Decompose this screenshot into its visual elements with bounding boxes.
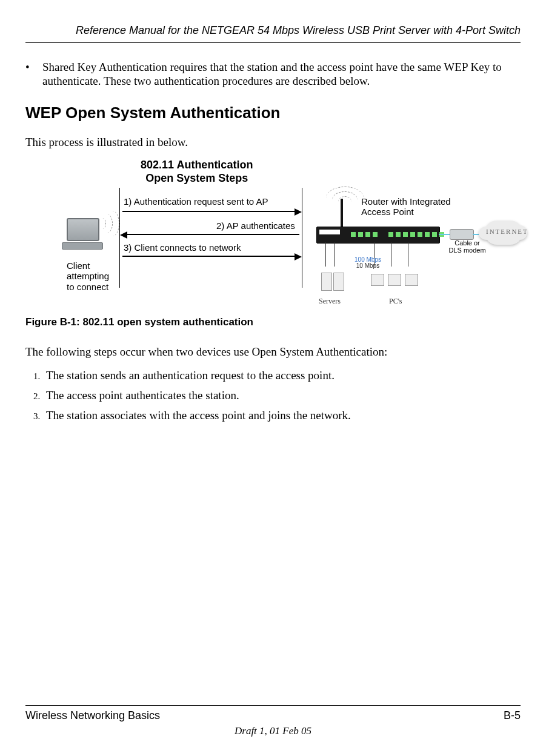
figure-title-line1: 802.11 Authentication	[141, 159, 253, 171]
router-label-l1: Router with Integrated	[361, 196, 451, 207]
ap-waves-icon	[322, 184, 367, 205]
figure-arrow-1	[122, 211, 298, 212]
pcs-caption: PC's	[389, 297, 402, 306]
intro-paragraph: This process is illustrated in below.	[25, 135, 521, 149]
figure-caption: Figure B-1: 802.11 open system authentic…	[25, 316, 521, 329]
pc-icon	[371, 274, 384, 286]
figure-divider-right	[302, 188, 302, 288]
internet-label: INTERNET	[486, 228, 528, 236]
pc-icon	[388, 274, 401, 286]
router-label: Router with Integrated Access Point	[361, 196, 451, 217]
step-item-3: The station associates with the access p…	[42, 408, 521, 422]
step-item-2: The access point authenticates the stati…	[42, 388, 521, 402]
steps-list: The station sends an authentication requ…	[25, 368, 521, 423]
client-label-l3: to connect	[67, 282, 108, 292]
footer-left: Wireless Networking Basics	[25, 709, 160, 723]
server-icon	[333, 273, 344, 291]
bullet-marker: •	[25, 60, 42, 88]
router-diagram: Router with Integrated Access Point Cabl…	[310, 181, 528, 302]
section-heading: WEP Open System Authentication	[25, 104, 521, 123]
footer-rule	[25, 705, 521, 706]
footer-page-number: B-5	[504, 709, 521, 723]
footer-draft: Draft 1, 01 Feb 05	[25, 725, 521, 738]
router-label-l2: Access Point	[361, 207, 414, 217]
figure-title: 802.11 Authentication Open System Steps	[141, 159, 253, 185]
bullet-item: • Shared Key Authentication requires tha…	[25, 60, 521, 88]
page-header: Reference Manual for the NETGEAR 54 Mbps…	[25, 24, 521, 43]
mbps-10: 10 Mbps	[356, 262, 379, 269]
router-ports-icon	[351, 232, 444, 237]
page-footer: Wireless Networking Basics B-5 Draft 1, …	[25, 705, 521, 738]
router-icon	[316, 227, 440, 244]
antenna-icon	[341, 199, 343, 227]
figure-arrow-2	[124, 234, 299, 235]
step-item-1: The station sends an authentication requ…	[42, 368, 521, 382]
modem-label: Cable or DLS modem	[446, 240, 488, 254]
cable-icon	[439, 234, 451, 235]
figure-step2-label: 2) AP authenticates	[216, 220, 295, 231]
modem-icon	[450, 229, 474, 240]
client-label-l2: attempting	[67, 271, 109, 281]
figure-b1: 802.11 Authentication Open System Steps …	[25, 159, 521, 304]
figure-title-line2: Open System Steps	[145, 172, 248, 184]
server-icon	[321, 273, 332, 291]
servers-caption: Servers	[319, 297, 341, 306]
bullet-text: Shared Key Authentication requires that …	[42, 60, 521, 88]
client-label-l1: Client	[67, 260, 90, 271]
pc-icon	[405, 274, 418, 286]
figure-arrow-3	[122, 256, 298, 257]
client-label: Client attempting to connect	[67, 260, 109, 292]
wireless-waves-icon	[99, 210, 119, 237]
modem-label-l1: Cable or	[454, 239, 480, 247]
mbps-label: 100 Mbps 10 Mbps	[348, 257, 388, 269]
steps-intro: The following steps occur when two devic…	[25, 345, 521, 359]
figure-step3-label: 3) Client connects to network	[124, 242, 241, 253]
modem-label-l2: DLS modem	[448, 247, 485, 254]
laptop-icon	[67, 218, 103, 250]
figure-step1-label: 1) Authentication request sent to AP	[124, 196, 268, 207]
